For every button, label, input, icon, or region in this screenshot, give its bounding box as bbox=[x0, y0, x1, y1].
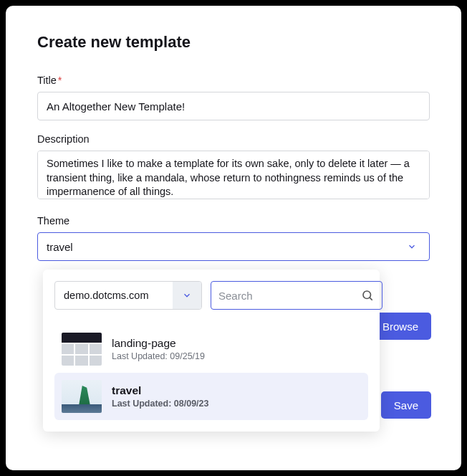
theme-label: Theme bbox=[37, 215, 430, 227]
description-field: Description Sometimes I like to make a t… bbox=[37, 133, 430, 202]
svg-point-0 bbox=[363, 291, 371, 299]
theme-dropdown-panel: demo.dotcms.com bbox=[43, 270, 380, 432]
theme-selected-value: travel bbox=[47, 241, 73, 253]
theme-option-updated: Last Updated: 08/09/23 bbox=[112, 399, 208, 409]
title-input[interactable] bbox=[37, 92, 430, 120]
theme-search-box[interactable] bbox=[211, 281, 382, 310]
theme-option-name: travel bbox=[112, 384, 208, 397]
chevron-down-icon bbox=[173, 282, 201, 309]
description-textarea[interactable]: Sometimes I like to make a template for … bbox=[37, 151, 430, 199]
site-selector-value: demo.dotcms.com bbox=[55, 282, 173, 309]
description-label: Description bbox=[37, 133, 430, 145]
theme-option-travel[interactable]: travel Last Updated: 08/09/23 bbox=[54, 373, 368, 420]
theme-select[interactable]: travel bbox=[37, 232, 430, 261]
create-template-dialog: Create new template Title* Description S… bbox=[6, 6, 461, 470]
theme-thumbnail bbox=[62, 333, 102, 366]
save-button[interactable]: Save bbox=[381, 391, 431, 419]
svg-line-1 bbox=[370, 298, 372, 300]
theme-option-landing-page[interactable]: landing-page Last Updated: 09/25/19 bbox=[54, 325, 368, 373]
required-indicator: * bbox=[58, 75, 62, 86]
site-selector[interactable]: demo.dotcms.com bbox=[54, 281, 202, 310]
title-field: Title* bbox=[37, 75, 430, 120]
search-icon bbox=[360, 288, 375, 303]
theme-option-updated: Last Updated: 09/25/19 bbox=[112, 351, 205, 361]
theme-option-name: landing-page bbox=[112, 337, 205, 350]
theme-field: Theme travel demo.dotcms.com bbox=[37, 215, 430, 261]
dropdown-controls: demo.dotcms.com bbox=[54, 281, 368, 310]
theme-thumbnail bbox=[62, 380, 102, 413]
title-label: Title* bbox=[37, 75, 430, 86]
dialog-title: Create new template bbox=[37, 33, 430, 52]
theme-search-input[interactable] bbox=[218, 290, 355, 302]
chevron-down-icon bbox=[403, 238, 420, 255]
